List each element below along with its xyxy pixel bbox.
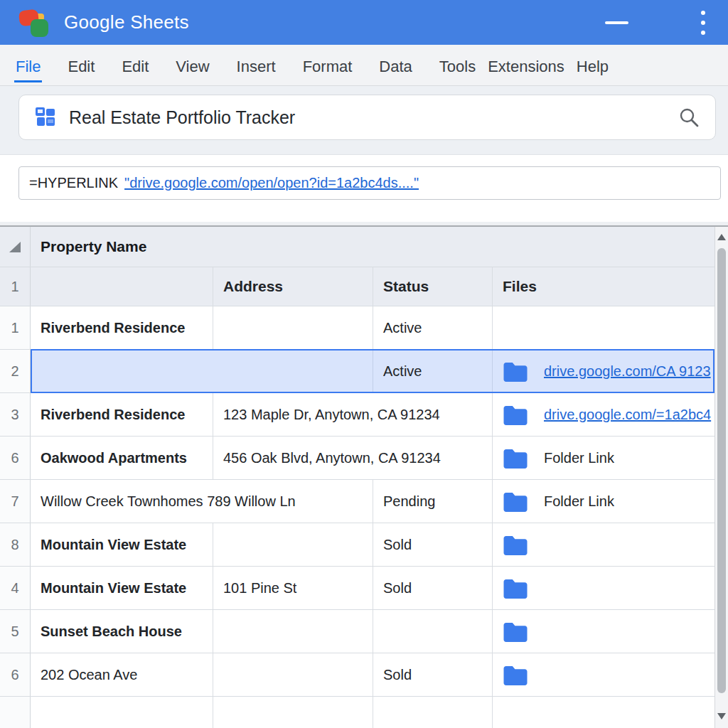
drive-link[interactable]: drive.google.com/CA 9123 (544, 363, 711, 380)
cell-status[interactable]: Pending (373, 480, 493, 523)
cell-name[interactable]: Oakwood Apartments (31, 437, 213, 479)
formula-hyperlink-text[interactable]: "drive.google.com/open/open?id=1a2bc4ds.… (124, 175, 419, 191)
row-number[interactable]: 8 (0, 523, 31, 566)
row-number[interactable]: 2 (0, 350, 31, 392)
doc-title[interactable]: Real Estate Portfolio Tracker (69, 107, 295, 128)
cell-files[interactable] (493, 567, 714, 609)
folder-icon (503, 621, 528, 642)
cell-name[interactable]: Riverbend Residence (31, 306, 213, 349)
row-number[interactable] (0, 697, 31, 728)
cell-status[interactable] (373, 697, 493, 728)
menu-item-format[interactable]: Format (301, 48, 354, 82)
cell-name[interactable]: Sunset Beach House (31, 610, 213, 653)
cell-files[interactable]: drive.google.com/=1a2bc4 (493, 393, 714, 436)
folder-link-label: Folder Link (544, 493, 614, 510)
drive-link[interactable]: drive.google.com/=1a2bc4 (544, 407, 711, 423)
table-row (0, 697, 714, 728)
spreadsheet-area: Property Name 1AddressStatusFiles1Riverb… (0, 222, 728, 728)
cell-name[interactable]: Riverbend Residence (31, 393, 213, 436)
folder-icon (503, 664, 528, 685)
cell-files[interactable] (493, 523, 714, 566)
menu-item-edit[interactable]: Edit (66, 48, 96, 82)
cell-files[interactable]: Folder Link (493, 480, 714, 523)
row-number[interactable]: 6 (0, 437, 31, 479)
cell-files[interactable]: Folder Link (493, 437, 714, 479)
menu-item-view[interactable]: View (174, 48, 210, 82)
menu-item-file[interactable]: File (14, 48, 42, 82)
cell-text: Sold (383, 580, 412, 596)
vertical-scrollbar[interactable] (714, 227, 728, 728)
cell-name[interactable] (31, 697, 213, 728)
cell-name[interactable]: Mountain View Estate (31, 523, 213, 566)
menu-item-data[interactable]: Data (378, 48, 413, 82)
scroll-down-arrow-icon[interactable] (717, 713, 726, 719)
cell-name-address[interactable] (31, 350, 373, 392)
cell-text: Address (223, 278, 283, 295)
google-sheets-logo-icon (18, 6, 51, 39)
menu-item-edit-2[interactable]: Edit (120, 48, 150, 82)
cell-status[interactable]: Sold (373, 567, 493, 609)
cell-text: Active (383, 363, 422, 380)
cell-files[interactable]: drive.google.com/CA 9123 (493, 350, 714, 392)
row-number[interactable]: 4 (0, 567, 31, 609)
menu-item-help[interactable]: Help (575, 48, 610, 82)
row-number[interactable]: 1 (0, 267, 31, 306)
table-row: 1Riverbend ResidenceActive (0, 306, 714, 350)
cell-address-status[interactable]: 123 Maple Dr, Anytown, CA 91234 (213, 393, 493, 436)
table-row: 2Activedrive.google.com/CA 9123 (0, 350, 714, 393)
table-row: 4Mountain View Estate101 Pine StSold (0, 567, 714, 610)
cell-files[interactable] (493, 653, 714, 696)
table-row: 5Sunset Beach House (0, 610, 714, 653)
cell-address[interactable] (213, 523, 373, 566)
doc-title-strip: Real Estate Portfolio Tracker (0, 86, 728, 154)
cell-files[interactable]: Files (493, 267, 714, 306)
row-number[interactable]: 7 (0, 480, 31, 523)
folder-icon (503, 534, 528, 555)
cell-files[interactable] (493, 610, 714, 653)
cell-merged-property-name[interactable]: Property Name (31, 227, 714, 267)
folder-icon (503, 577, 528, 599)
cell-text: 456 Oak Blvd, Anytown, CA 91234 (223, 450, 441, 466)
minimize-icon[interactable] (605, 21, 628, 24)
folder-link-label: Folder Link (544, 450, 614, 466)
kebab-menu-icon[interactable] (697, 9, 710, 36)
cell-address[interactable] (213, 610, 373, 653)
cell-name[interactable] (31, 267, 213, 306)
row-number[interactable]: 6 (0, 653, 31, 696)
cell-address[interactable] (213, 306, 373, 349)
doc-title-card: Real Estate Portfolio Tracker (18, 95, 716, 140)
select-all-corner[interactable] (0, 227, 31, 267)
cell-status[interactable]: Sold (373, 523, 493, 566)
cell-text: Active (383, 320, 422, 336)
cell-files[interactable] (493, 306, 714, 349)
row-number[interactable]: 1 (0, 306, 31, 349)
table-row: 7Willow Creek Townhomes 789 Willow LnPen… (0, 480, 714, 523)
menu-item-tools[interactable]: Tools (438, 48, 477, 82)
cell-name[interactable]: Mountain View Estate (31, 567, 213, 609)
merged-header-row: Property Name (0, 227, 714, 267)
scroll-up-arrow-icon[interactable] (717, 234, 726, 240)
cell-status[interactable]: Active (373, 306, 493, 349)
cell-address[interactable]: Address (213, 267, 373, 306)
row-number[interactable]: 3 (0, 393, 31, 436)
cell-status[interactable]: Status (373, 267, 493, 306)
cell-text: Files (503, 278, 537, 295)
search-icon[interactable] (678, 107, 700, 128)
menu-item-extensions[interactable]: Extensions (486, 48, 566, 82)
cell-name[interactable]: 202 Ocean Ave (31, 653, 213, 696)
cell-status[interactable]: Sold (373, 653, 493, 696)
cell-address[interactable]: 101 Pine St (213, 567, 373, 609)
row-number[interactable]: 5 (0, 610, 31, 653)
scrollbar-thumb[interactable] (717, 248, 726, 693)
cell-address[interactable] (213, 653, 373, 696)
cell-files[interactable] (493, 697, 714, 728)
formula-input[interactable]: =HYPERLINK "drive.google.com/open/open?i… (18, 166, 721, 200)
cell-text: Mountain View Estate (41, 580, 186, 596)
cell-name-address[interactable]: Willow Creek Townhomes 789 Willow Ln (31, 480, 373, 523)
cell-address-status[interactable]: 456 Oak Blvd, Anytown, CA 91234 (213, 437, 493, 479)
cell-address[interactable] (213, 697, 373, 728)
cell-status[interactable]: Active (373, 350, 493, 392)
cell-status[interactable] (373, 610, 493, 653)
menu-item-insert[interactable]: Insert (235, 48, 277, 82)
cell-text: 101 Pine St (223, 580, 296, 596)
